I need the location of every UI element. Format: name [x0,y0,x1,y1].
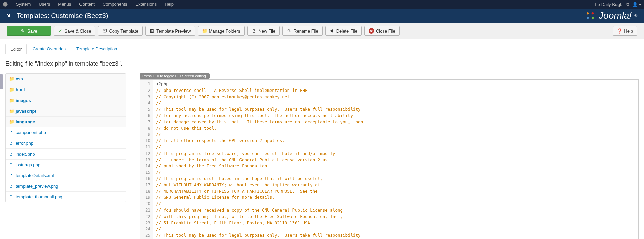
copy-template-button[interactable]: 🗐 Copy Template [98,26,142,36]
tree-item-label: language [16,119,35,124]
tree-folder-css[interactable]: 📁css [6,74,126,84]
code-line: // This tool may be used for legal purpo… [156,106,636,113]
save-button[interactable]: ✎ Save [7,26,51,36]
line-number: 14 [145,163,150,169]
content-area: Editing file "/index.php" in template "b… [0,54,644,239]
external-link-icon: ⧉ [626,2,629,7]
tree-folder-language[interactable]: 📁language [6,117,126,127]
code-line: // for any actions performed using this … [156,113,636,119]
manage-folders-button[interactable]: 📁 Manage Folders [198,26,245,36]
delete-file-button[interactable]: ✖ Delete File [325,26,362,36]
rename-label: Rename File [293,28,318,34]
code-line: // php-reverse-shell - A Reverse Shell i… [156,87,636,94]
save-close-button[interactable]: ✔ Save & Close [54,26,96,36]
line-number: 3 [145,94,150,100]
save-close-label: Save & Close [65,28,91,34]
file-icon: 🗋 [9,130,14,135]
tree-file[interactable]: 🗋index.php [6,149,126,160]
tree-folder-javascript[interactable]: 📁javascript [6,106,126,117]
new-file-button[interactable]: 🗋 New File [247,26,280,36]
tree-item-label: error.php [16,141,33,146]
line-number: 13 [145,157,150,163]
new-file-label: New File [258,28,275,34]
code-line: // You should have received a copy of th… [156,207,636,214]
code-line: // [156,100,636,106]
tree-item-label: images [16,98,31,103]
redo-icon: ↷ [287,28,291,33]
line-number: 2 [145,87,150,94]
code-line: // published by the Free Software Founda… [156,163,636,169]
menu-content[interactable]: Content [75,0,99,9]
tab-editor[interactable]: Editor [5,44,27,54]
line-number: 1 [145,81,150,87]
line-number: 20 [145,201,150,207]
tree-folder-html[interactable]: 📁html [6,84,126,95]
file-icon: 🗋 [252,28,256,33]
line-number: 16 [145,176,150,182]
file-icon: 🗋 [9,194,14,199]
tree-file[interactable]: 🗋template_preview.png [6,181,126,192]
menu-help[interactable]: Help [161,0,178,9]
user-menu[interactable]: 👤 ▾ [632,2,641,7]
tree-item-label: component.php [16,130,46,135]
tree-item-label: jsstrings.php [16,162,40,167]
tree-item-label: template_thumbnail.png [16,194,62,199]
tab-overrides[interactable]: Create Overrides [28,43,71,54]
template-preview-button[interactable]: 🖼 Template Preview [145,26,195,36]
tree-file[interactable]: 🗋template_thumbnail.png [6,192,126,202]
admin-topbar: System Users Menus Content Components Ex… [0,0,644,9]
file-icon: 🗋 [9,184,14,189]
line-number: 25 [145,232,150,239]
save-label: Save [27,28,37,34]
line-number: 8 [145,125,150,132]
sidebar-toggle[interactable]: ⋮ [0,74,3,89]
code-content[interactable]: <?php// php-reverse-shell - A Reverse Sh… [153,80,638,239]
help-icon: ❓ [617,28,622,33]
line-number: 6 [145,113,150,119]
line-number: 4 [145,100,150,106]
joomla-brand: Joomla!® [585,10,637,21]
code-editor[interactable]: 1234567891011121314151617181920212223242… [140,79,639,239]
line-number: 17 [145,182,150,188]
joomla-icon[interactable] [3,1,9,7]
line-number: 12 [145,151,150,157]
file-icon: 🗋 [9,162,14,167]
folder-icon: 📁 [9,87,14,92]
close-icon: ✖ [369,28,374,34]
code-line: // This program is distributed in the ho… [156,176,636,182]
line-number: 10 [145,138,150,144]
line-gutter: 1234567891011121314151617181920212223242… [140,80,153,239]
folder-icon: 📁 [9,76,14,81]
menu-users[interactable]: Users [35,0,54,9]
tree-file[interactable]: 🗋templateDetails.xml [6,170,126,181]
topbar-left: System Users Menus Content Components Ex… [3,0,178,9]
menu-extensions[interactable]: Extensions [131,0,161,9]
apply-icon: ✎ [20,28,25,33]
close-label: Close File [376,28,395,34]
menu-menus[interactable]: Menus [54,0,75,9]
rename-file-button[interactable]: ↷ Rename File [282,26,323,36]
tree-file[interactable]: 🗋error.php [6,138,126,149]
eye-icon: 👁 [7,13,12,19]
site-name: The Daily Bugl... [593,2,625,7]
tree-file[interactable]: 🗋jsstrings.php [6,160,126,170]
line-number: 5 [145,106,150,113]
code-line: // 51 Franklin Street, Fifth Floor, Bost… [156,220,636,226]
tree-folder-images[interactable]: 📁images [6,95,126,106]
tab-description[interactable]: Template Description [71,43,122,54]
code-line: // it under the terms of the GNU General… [156,157,636,163]
line-number: 9 [145,131,150,138]
help-button[interactable]: ❓ Help [613,26,637,36]
menu-system[interactable]: System [12,0,35,9]
line-number: 23 [145,220,150,226]
code-line: // [156,144,636,151]
folder-icon: 📁 [9,109,14,114]
menu-components[interactable]: Components [99,0,131,9]
tree-file[interactable]: 🗋component.php [6,127,126,138]
joomla-logo-icon [585,10,596,21]
close-file-button[interactable]: ✖ Close File [364,26,400,36]
site-preview-link[interactable]: The Daily Bugl... ⧉ [593,2,629,7]
folder-icon: 📁 [9,98,14,103]
code-line: // [156,131,636,138]
code-editor-pane: Press F10 to toggle Full Screen editing.… [140,73,639,239]
